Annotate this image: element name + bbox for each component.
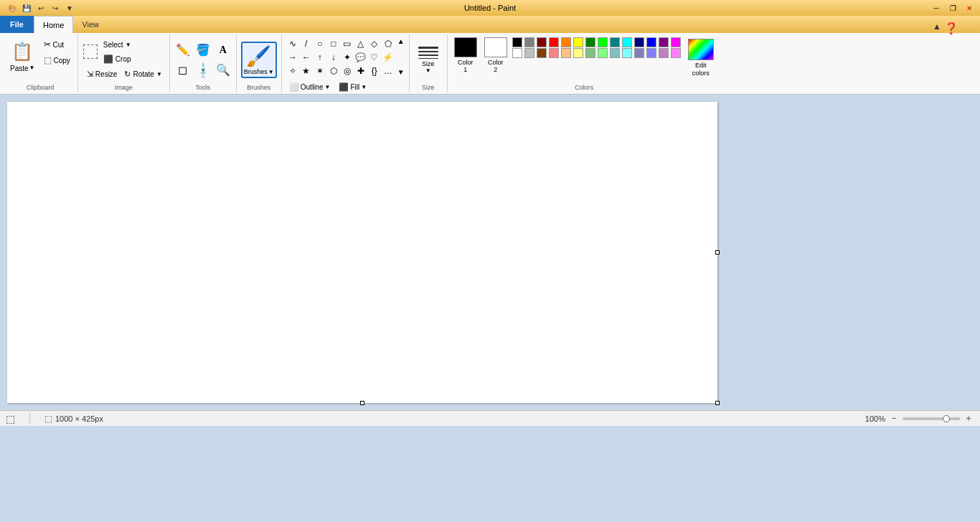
- outline-button[interactable]: ⬜ Outline ▼: [286, 80, 334, 93]
- shape-star5[interactable]: ★: [300, 65, 313, 77]
- color-swatch[interactable]: [659, 48, 669, 58]
- color-swatch[interactable]: [598, 37, 608, 47]
- quickaccess-dropdown[interactable]: ▼: [63, 1, 76, 14]
- text-tool[interactable]: A: [215, 42, 232, 59]
- save-button[interactable]: 💾: [20, 1, 33, 14]
- shape-roundrect[interactable]: ▭: [341, 37, 354, 50]
- handle-bottom-right[interactable]: [715, 401, 720, 405]
- shape-more[interactable]: …: [382, 65, 395, 77]
- copy-button[interactable]: ⬚ Copy: [41, 53, 73, 67]
- color-picker-tool[interactable]: 💉: [191, 58, 215, 82]
- fill-button[interactable]: ⬛ Fill ▼: [336, 80, 369, 93]
- shape-lightning[interactable]: ⚡: [382, 51, 395, 64]
- color-swatch[interactable]: [524, 37, 534, 47]
- color-swatch[interactable]: [549, 48, 559, 58]
- color-swatch[interactable]: [634, 48, 644, 58]
- resize-button[interactable]: ⇲ Resize: [84, 67, 121, 81]
- restore-button[interactable]: ❐: [945, 1, 961, 15]
- tab-view[interactable]: View: [73, 16, 108, 33]
- paint-canvas[interactable]: [7, 102, 717, 403]
- color-swatch[interactable]: [622, 37, 632, 47]
- shape-arrow-4[interactable]: ✦: [341, 51, 354, 64]
- outline-arrow[interactable]: ▼: [324, 84, 330, 90]
- color-swatch[interactable]: [524, 48, 534, 58]
- size-arrow[interactable]: ▼: [425, 67, 431, 74]
- paste-dropdown-arrow[interactable]: ▼: [29, 65, 35, 71]
- magnifier-tool[interactable]: 🔍: [215, 62, 232, 79]
- shape-line[interactable]: /: [300, 37, 313, 50]
- shape-star6[interactable]: ✶: [314, 65, 326, 77]
- paste-button[interactable]: 📋 Paste ▼: [7, 37, 38, 74]
- shape-rect[interactable]: □: [327, 37, 340, 50]
- size-button[interactable]: Size ▼: [414, 45, 443, 75]
- minimize-button[interactable]: ─: [928, 1, 944, 15]
- rotate-button[interactable]: ↻ Rotate ▼: [121, 67, 164, 81]
- color-swatch[interactable]: [610, 48, 620, 58]
- redo-button[interactable]: ↪: [49, 1, 62, 14]
- color-swatch[interactable]: [598, 48, 608, 58]
- crop-button[interactable]: ⬛ Crop: [100, 52, 134, 66]
- color-swatch[interactable]: [622, 48, 632, 58]
- tab-home[interactable]: Home: [34, 16, 73, 33]
- shape-pentagon[interactable]: ⬠: [382, 37, 395, 50]
- shape-oval2[interactable]: ◎: [341, 65, 354, 77]
- shape-ellipse[interactable]: ○: [314, 37, 326, 50]
- color-swatch[interactable]: [585, 37, 595, 47]
- color-swatch[interactable]: [537, 37, 547, 47]
- color-swatch[interactable]: [549, 37, 559, 47]
- color-swatch[interactable]: [573, 48, 583, 58]
- color-swatch[interactable]: [634, 37, 644, 47]
- fill-arrow[interactable]: ▼: [361, 84, 367, 90]
- shape-hexagon[interactable]: ⬡: [327, 65, 340, 77]
- color-swatch[interactable]: [610, 37, 620, 47]
- tab-file[interactable]: File: [0, 16, 34, 33]
- color-swatch[interactable]: [585, 48, 595, 58]
- zoom-out-button[interactable]: －: [888, 413, 900, 424]
- select-arrow[interactable]: ▼: [126, 42, 131, 48]
- color-swatch[interactable]: [537, 48, 547, 58]
- rotate-arrow[interactable]: ▼: [156, 71, 162, 77]
- shape-brace[interactable]: {}: [368, 65, 381, 77]
- close-button[interactable]: ✕: [961, 1, 977, 15]
- shape-heart[interactable]: ♡: [368, 51, 381, 64]
- fill-tool[interactable]: 🪣: [194, 42, 212, 59]
- shapes-scroll-up[interactable]: ▲: [397, 37, 405, 45]
- zoom-thumb[interactable]: [943, 415, 950, 422]
- handle-right-center[interactable]: [715, 250, 720, 255]
- shape-arrow-left[interactable]: ←: [300, 51, 313, 64]
- handle-bottom-center[interactable]: [360, 401, 364, 405]
- color1-button[interactable]: Color1: [452, 37, 479, 73]
- color2-button[interactable]: Color2: [482, 37, 509, 73]
- edit-colors-button[interactable]: Editcolors: [685, 37, 717, 79]
- color-swatch[interactable]: [671, 48, 681, 58]
- color-swatch[interactable]: [646, 37, 656, 47]
- color-swatch[interactable]: [561, 37, 571, 47]
- brushes-arrow[interactable]: ▼: [268, 69, 274, 75]
- color-swatch[interactable]: [512, 37, 522, 47]
- undo-button[interactable]: ↩: [34, 1, 47, 14]
- color-swatch[interactable]: [671, 37, 681, 47]
- color-swatch[interactable]: [561, 48, 571, 58]
- shape-triangle[interactable]: △: [354, 37, 367, 50]
- color-swatch[interactable]: [573, 37, 583, 47]
- shape-diamond[interactable]: ◇: [368, 37, 381, 50]
- shape-star4[interactable]: ✧: [286, 65, 299, 77]
- ribbon-collapse-up[interactable]: ▲: [933, 22, 941, 35]
- shape-callout[interactable]: 💬: [354, 51, 367, 64]
- select-button[interactable]: Select ▼: [100, 37, 134, 52]
- color-swatch[interactable]: [512, 48, 522, 58]
- shapes-scroll-down[interactable]: ▼: [397, 68, 405, 76]
- zoom-slider[interactable]: [903, 417, 960, 420]
- cut-button[interactable]: ✂ Cut: [41, 37, 73, 52]
- zoom-in-button[interactable]: ＋: [963, 413, 974, 424]
- shape-cross[interactable]: ✚: [354, 65, 367, 77]
- shape-arrow-right[interactable]: →: [286, 51, 299, 64]
- shape-arrow-up[interactable]: ↑: [314, 51, 326, 64]
- help-icon[interactable]: ❓: [944, 22, 958, 35]
- shape-curve[interactable]: ∿: [286, 37, 299, 50]
- eraser-tool[interactable]: ◻: [174, 62, 192, 79]
- color-swatch[interactable]: [646, 48, 656, 58]
- shape-arrow-down[interactable]: ↓: [327, 51, 340, 64]
- brushes-button[interactable]: 🖌️ Brushes ▼: [241, 42, 277, 78]
- color-swatch[interactable]: [659, 37, 669, 47]
